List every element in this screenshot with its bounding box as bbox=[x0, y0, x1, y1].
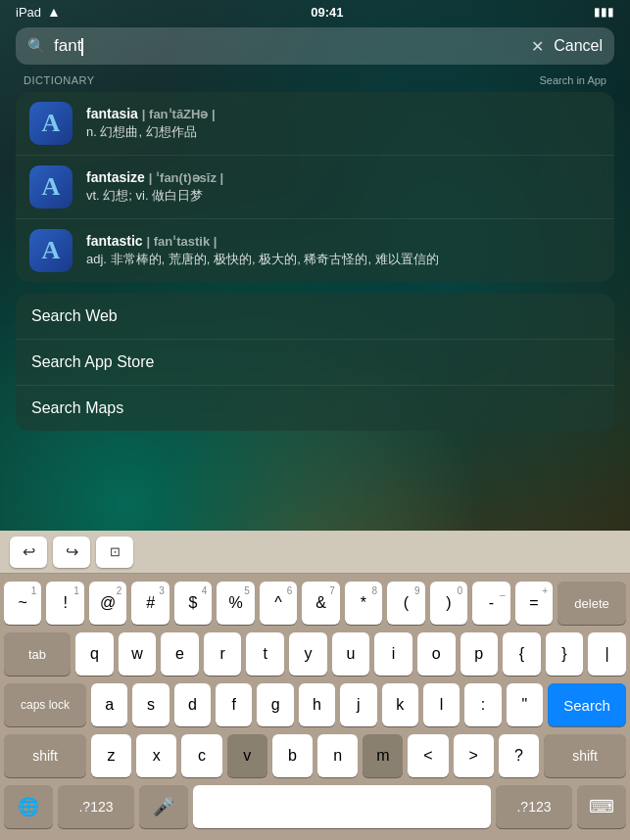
key-z[interactable]: z bbox=[91, 734, 131, 777]
key-rbracket[interactable]: } bbox=[546, 632, 584, 676]
key-b[interactable]: b bbox=[272, 734, 313, 777]
key-lparen[interactable]: (9 bbox=[387, 582, 424, 625]
key-asterisk[interactable]: *8 bbox=[345, 582, 382, 625]
dict-icon-1: A bbox=[29, 165, 73, 209]
key-pipe[interactable]: | bbox=[588, 632, 626, 676]
search-in-app-link[interactable]: Search in App bbox=[540, 74, 607, 86]
key-equals[interactable]: =+ bbox=[515, 582, 553, 625]
key-caret[interactable]: ^6 bbox=[260, 582, 297, 625]
key-w[interactable]: w bbox=[119, 632, 157, 676]
undo-button[interactable]: ↩ bbox=[10, 537, 47, 568]
wifi-icon: ▲ bbox=[47, 4, 61, 20]
dict-def-1: vt. 幻想; vi. 做白日梦 bbox=[86, 187, 601, 205]
key-period[interactable]: > bbox=[454, 734, 494, 777]
search-query[interactable]: fant bbox=[54, 36, 531, 56]
key-g[interactable]: g bbox=[257, 683, 293, 726]
key-f[interactable]: f bbox=[216, 683, 252, 726]
key-x[interactable]: x bbox=[136, 734, 176, 777]
redo-button[interactable]: ↪ bbox=[53, 537, 90, 568]
key-v[interactable]: v bbox=[227, 734, 267, 777]
dict-word-1: fantasize | ˈfan(t)əsīz | bbox=[86, 169, 601, 185]
key-q[interactable]: q bbox=[75, 632, 114, 676]
status-bar: iPad ▲ 09:41 ▮▮▮ bbox=[0, 0, 630, 23]
dict-word-2: fantastic | fanˈtastik | bbox=[86, 233, 601, 249]
key-e[interactable]: e bbox=[161, 632, 199, 676]
dictionary-label: DICTIONARY bbox=[24, 74, 95, 86]
key-y[interactable]: y bbox=[289, 632, 327, 676]
key-ampersand[interactable]: &7 bbox=[302, 582, 339, 625]
globe-key[interactable]: 🌐 bbox=[4, 785, 53, 828]
key-row-1: ~1 !1 @2 #3 $4 %5 ^6 &7 *8 (9 )0 -_ =+ d… bbox=[4, 582, 626, 625]
ipad-label: iPad bbox=[16, 5, 41, 20]
clear-icon[interactable]: ✕ bbox=[531, 37, 544, 56]
numbers-key-right[interactable]: .?123 bbox=[496, 785, 572, 828]
shift-left-key[interactable]: shift bbox=[4, 734, 86, 777]
caps-lock-key[interactable]: caps lock bbox=[4, 683, 86, 726]
key-comma[interactable]: < bbox=[408, 734, 448, 777]
key-p[interactable]: p bbox=[460, 632, 499, 676]
key-t[interactable]: t bbox=[246, 632, 284, 676]
cancel-button[interactable]: Cancel bbox=[554, 37, 603, 55]
search-bar[interactable]: 🔍 fant ✕ Cancel bbox=[16, 27, 614, 65]
shift-right-key[interactable]: shift bbox=[544, 734, 626, 777]
microphone-key[interactable]: 🎤 bbox=[139, 785, 188, 828]
key-c[interactable]: c bbox=[181, 734, 221, 777]
key-exclaim[interactable]: !1 bbox=[46, 582, 83, 625]
search-maps-option[interactable]: Search Maps bbox=[16, 386, 614, 431]
key-j[interactable]: j bbox=[340, 683, 376, 726]
key-tilde[interactable]: ~1 bbox=[4, 582, 41, 625]
status-left: iPad ▲ bbox=[16, 4, 61, 20]
key-quote[interactable]: " bbox=[507, 683, 543, 726]
dict-item-0[interactable]: A fantasia | fanˈtāZHə | n. 幻想曲, 幻想作品 bbox=[16, 92, 614, 156]
key-a[interactable]: a bbox=[91, 683, 127, 726]
space-key[interactable] bbox=[193, 785, 491, 828]
dict-item-2[interactable]: A fantastic | fanˈtastik | adj. 非常棒的, 荒唐… bbox=[16, 219, 614, 282]
key-d[interactable]: d bbox=[174, 683, 211, 726]
search-key[interactable]: Search bbox=[548, 683, 626, 726]
dictionary-section-header: DICTIONARY Search in App bbox=[16, 74, 614, 92]
key-h[interactable]: h bbox=[299, 683, 335, 726]
key-percent[interactable]: %5 bbox=[217, 582, 254, 625]
keyboard-toolbar: ↩ ↪ ⊡ bbox=[0, 531, 630, 574]
key-k[interactable]: k bbox=[382, 683, 418, 726]
key-i[interactable]: i bbox=[374, 632, 412, 676]
battery-icon: ▮▮▮ bbox=[594, 5, 614, 19]
hide-keyboard-key[interactable]: ⌨ bbox=[577, 785, 626, 828]
key-s[interactable]: s bbox=[132, 683, 169, 726]
dict-icon-2: A bbox=[29, 229, 73, 272]
dict-pronunciation-0: | fanˈtāZHə | bbox=[142, 107, 216, 121]
dict-content-2: fantastic | fanˈtastik | adj. 非常棒的, 荒唐的,… bbox=[86, 233, 601, 268]
keyboard-area: ↩ ↪ ⊡ ~1 !1 @2 #3 $4 %5 ^6 &7 *8 (9 )0 -… bbox=[0, 531, 630, 840]
key-colon[interactable]: : bbox=[464, 683, 501, 726]
keyboard-rows: ~1 !1 @2 #3 $4 %5 ^6 &7 *8 (9 )0 -_ =+ d… bbox=[0, 574, 630, 840]
dictionary-card: A fantasia | fanˈtāZHə | n. 幻想曲, 幻想作品 A … bbox=[16, 92, 614, 282]
key-lbracket[interactable]: { bbox=[503, 632, 541, 676]
key-row-3: caps lock a s d f g h j k l : " Search bbox=[4, 683, 626, 726]
key-n[interactable]: n bbox=[317, 734, 358, 777]
dict-def-2: adj. 非常棒的, 荒唐的, 极快的, 极大的, 稀奇古怪的, 难以置信的 bbox=[86, 251, 601, 268]
tab-key[interactable]: tab bbox=[4, 632, 71, 676]
dict-pronunciation-2: | fanˈtastik | bbox=[146, 234, 217, 249]
paste-button[interactable]: ⊡ bbox=[96, 537, 133, 568]
search-icon: 🔍 bbox=[27, 37, 46, 55]
key-dollar[interactable]: $4 bbox=[174, 582, 212, 625]
key-slash[interactable]: ? bbox=[499, 734, 539, 777]
key-l[interactable]: l bbox=[423, 683, 460, 726]
key-at[interactable]: @2 bbox=[89, 582, 126, 625]
key-minus[interactable]: -_ bbox=[472, 582, 509, 625]
numbers-key-left[interactable]: .?123 bbox=[58, 785, 134, 828]
key-hash[interactable]: #3 bbox=[131, 582, 169, 625]
dict-def-0: n. 幻想曲, 幻想作品 bbox=[86, 123, 601, 141]
key-o[interactable]: o bbox=[417, 632, 456, 676]
search-appstore-option[interactable]: Search App Store bbox=[16, 340, 614, 386]
key-u[interactable]: u bbox=[332, 632, 370, 676]
dict-pronunciation-1: | ˈfan(t)əsīz | bbox=[149, 170, 223, 185]
search-web-option[interactable]: Search Web bbox=[16, 294, 614, 340]
delete-key[interactable]: delete bbox=[557, 582, 626, 625]
key-r[interactable]: r bbox=[204, 632, 242, 676]
key-m[interactable]: m bbox=[363, 734, 403, 777]
key-rparen[interactable]: )0 bbox=[430, 582, 467, 625]
results-area: DICTIONARY Search in App A fantasia | fa… bbox=[16, 74, 614, 431]
dict-item-1[interactable]: A fantasize | ˈfan(t)əsīz | vt. 幻想; vi. … bbox=[16, 156, 614, 219]
key-row-2: tab q w e r t y u i o p { } | bbox=[4, 632, 626, 676]
